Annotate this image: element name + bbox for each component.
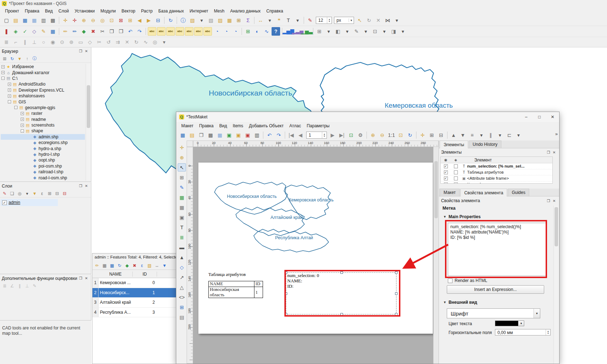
raster-calc-dropdown-icon[interactable]: ▾ — [324, 27, 333, 36]
page-number-spinner[interactable]: 1 ▲▼ — [306, 132, 327, 139]
ellipse-icon[interactable]: ⊚ — [67, 38, 76, 46]
redo-icon[interactable]: ↷ — [135, 27, 144, 36]
layout-menu-item[interactable]: Items — [230, 123, 246, 129]
reshape-icon[interactable]: ↺ — [104, 38, 113, 46]
canvas-scrollbar[interactable] — [433, 147, 439, 364]
browser-tree-item[interactable]: ◆ hydro-a.shp — [1, 145, 85, 151]
layout-page[interactable]: Новосибирская область Кемеровская област… — [198, 163, 433, 334]
zoom-native-icon[interactable]: ◎ — [98, 16, 107, 25]
histogram-2-icon[interactable]: ▂▃▅ — [293, 27, 302, 36]
layout-new-icon[interactable]: ▤ — [188, 131, 196, 139]
zoom-full-icon[interactable]: ⊡ — [107, 16, 116, 25]
resize-handle[interactable] — [395, 313, 398, 316]
collapse-all-layers-icon[interactable]: ⊟ — [54, 190, 60, 197]
menu-item[interactable]: Растр — [138, 8, 155, 14]
new-map-view-icon[interactable]: ⊟ — [154, 16, 162, 25]
delete-selected-icon[interactable]: ✖ — [89, 27, 97, 36]
visibility-checkbox[interactable]: ✓ — [441, 164, 451, 168]
zoom-in-icon[interactable]: ⊕ — [80, 16, 88, 25]
menu-item[interactable]: Установки — [72, 8, 97, 14]
layout-duplicate-icon[interactable]: ❐ — [197, 131, 206, 139]
align-items-icon[interactable]: ≡ — [468, 131, 476, 139]
attr-refresh-icon[interactable]: ↻ — [116, 262, 123, 269]
tool-add-picture-icon[interactable]: ▣ — [178, 213, 186, 221]
minimize-icon[interactable]: – — [520, 112, 533, 122]
rotate-feature-icon[interactable]: ↻ — [132, 38, 141, 46]
fill-ring-icon[interactable]: ◎ — [151, 38, 159, 46]
layout-menu-item[interactable]: Добавить Объект — [246, 123, 287, 129]
toolbar-overflow-icon[interactable]: » — [555, 131, 558, 137]
tool-add-attribute-table-icon[interactable]: ⊞ — [178, 303, 186, 311]
layer-item-admin[interactable]: ✓ admin — [1, 199, 58, 206]
render-as-html-row[interactable]: Render as HTML — [448, 278, 487, 283]
label-rotate-icon[interactable]: abc — [185, 27, 193, 36]
diagram-move-icon[interactable]: ◔ — [231, 27, 240, 36]
circle-center-icon[interactable]: ⊙ — [58, 38, 66, 46]
expander-icon[interactable]: + — [8, 94, 11, 98]
diagram-options-icon[interactable]: ◔ — [213, 27, 221, 36]
browser-tree-item[interactable]: - ▤ shape — [1, 128, 85, 134]
simplify-feature-icon[interactable]: ∿ — [141, 38, 150, 46]
layout-canvas[interactable]: Новосибирская область Кемеровская област… — [193, 147, 433, 364]
label-callout-icon[interactable]: abc — [203, 27, 212, 36]
menu-item[interactable]: Вид — [42, 8, 56, 14]
select-features-icon[interactable]: ▧ — [188, 16, 197, 25]
horizontal-margin-spinner[interactable]: 0,00 мм ▲▼ — [495, 329, 551, 335]
undock-icon[interactable]: ❐ — [546, 150, 551, 155]
layout-zoom-in-icon[interactable]: ⊕ — [369, 131, 377, 139]
spinner-arrows-icon[interactable]: ▲▼ — [546, 329, 550, 335]
browser-tree-item[interactable]: + ★ Избранное — [1, 64, 85, 70]
layout-menu-item[interactable]: Атлас — [287, 123, 304, 129]
tool-add-fixed-table-icon[interactable]: ▤ — [178, 313, 186, 321]
browser-tree-item[interactable]: + ▤ AndroidStudio — [1, 81, 85, 87]
close-icon[interactable]: ✕ — [84, 276, 89, 281]
layer-checkbox[interactable]: ✓ — [2, 200, 7, 205]
attribute-table-row[interactable]: 4 Республика А... 3 — [92, 308, 176, 318]
label-join-dropdown-icon[interactable]: ▾ — [393, 16, 401, 25]
browser-tree-item[interactable]: ◆ oopt.shp — [1, 157, 85, 163]
lock-checkbox[interactable] — [451, 176, 461, 180]
align-dropdown-icon[interactable]: ▾ — [477, 131, 486, 139]
menu-item[interactable]: Модули — [97, 8, 118, 14]
raster-mask-icon[interactable]: ⊡ — [371, 27, 379, 36]
lock-checkbox[interactable] — [451, 164, 461, 168]
browser-tree-item[interactable]: - ▤ geosample-qgis — [1, 105, 85, 111]
expander-icon[interactable]: + — [1, 65, 5, 68]
rectangle-icon[interactable]: ▭ — [76, 38, 85, 46]
attr-toggle-edit-icon[interactable]: ✏ — [94, 262, 100, 269]
layout-pan-icon[interactable]: ✛ — [418, 131, 427, 139]
layout-titlebar[interactable]: Q *TestMaket – □ ✕ — [176, 112, 559, 122]
identify-features-icon[interactable]: ⓘ — [179, 16, 187, 25]
browser-tree-item[interactable]: ◆ ecoregions.shp — [1, 140, 85, 145]
save-project-icon[interactable]: ▦ — [21, 16, 29, 25]
manage-themes-icon[interactable]: ◎ — [16, 190, 23, 197]
expander-icon[interactable]: + — [21, 124, 24, 127]
select-by-value-icon[interactable]: ▨ — [216, 16, 224, 25]
zoom-out-icon[interactable]: ⊖ — [89, 16, 97, 25]
refresh-browser-icon[interactable]: ↻ — [9, 56, 15, 62]
browser-scrollbar[interactable] — [86, 64, 91, 181]
browser-tree-item[interactable]: - ▤ C:\ — [1, 76, 85, 81]
raster-mask-dropdown-icon[interactable]: ▾ — [380, 27, 389, 36]
layout-zoom-out-icon[interactable]: ⊖ — [378, 131, 386, 139]
raster-draw-dropdown-icon[interactable]: ▾ — [361, 27, 370, 36]
circle-3p-icon[interactable]: ◉ — [49, 38, 57, 46]
expander-icon[interactable]: - — [14, 106, 17, 109]
expression-text-area[interactable]: num_selection: [% num_selected()%] NAME:… — [448, 223, 546, 276]
layout-manager2-icon[interactable]: ▩ — [206, 131, 215, 139]
layer-labeling-icon[interactable]: abc — [148, 27, 156, 36]
undock-icon[interactable]: ❐ — [78, 276, 84, 281]
visibility-checkbox[interactable]: ✓ — [441, 176, 451, 180]
add-group-icon[interactable]: ❏ — [9, 190, 15, 197]
browser-tree-item[interactable]: ◆ admin.shp — [1, 134, 85, 140]
resize-items-icon[interactable]: ⊏ — [505, 131, 514, 139]
pan-to-selection-icon[interactable]: ✛ — [70, 16, 79, 25]
new-shapefile-icon[interactable]: ◇ — [30, 27, 39, 36]
maximize-icon[interactable]: □ — [533, 112, 546, 122]
themes-dropdown-icon[interactable]: ▾ — [24, 190, 30, 197]
copy-features-icon[interactable]: ❐ — [107, 27, 116, 36]
statistics-icon[interactable]: Σ — [244, 16, 252, 25]
circle-2p-icon[interactable]: ○ — [39, 38, 48, 46]
mesh-calculator-icon[interactable]: ⊞ — [244, 27, 252, 36]
atlas-preview-icon[interactable]: ⊡ — [347, 131, 355, 139]
